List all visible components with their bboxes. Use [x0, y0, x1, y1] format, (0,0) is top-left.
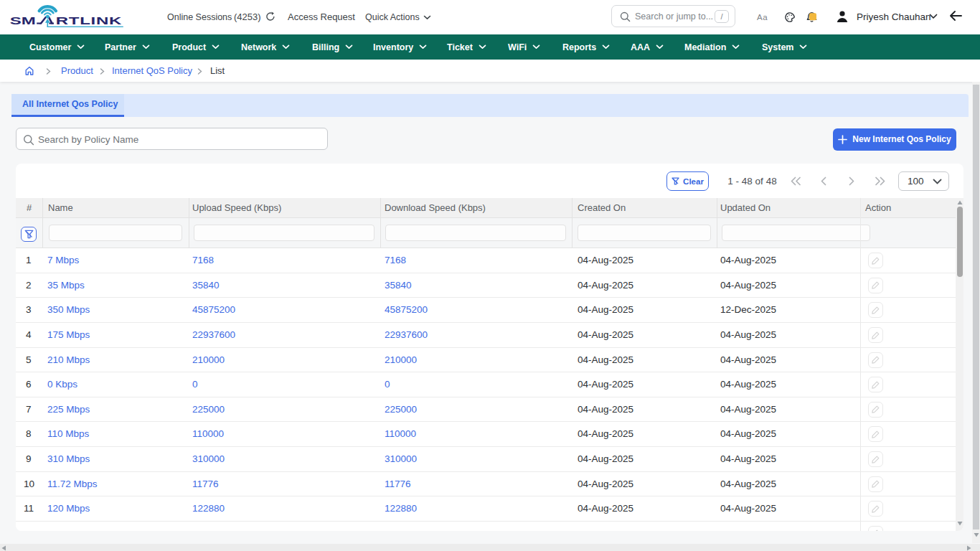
- svg-text:RTLINK: RTLINK: [56, 14, 122, 27]
- svg-text:SM: SM: [10, 14, 36, 27]
